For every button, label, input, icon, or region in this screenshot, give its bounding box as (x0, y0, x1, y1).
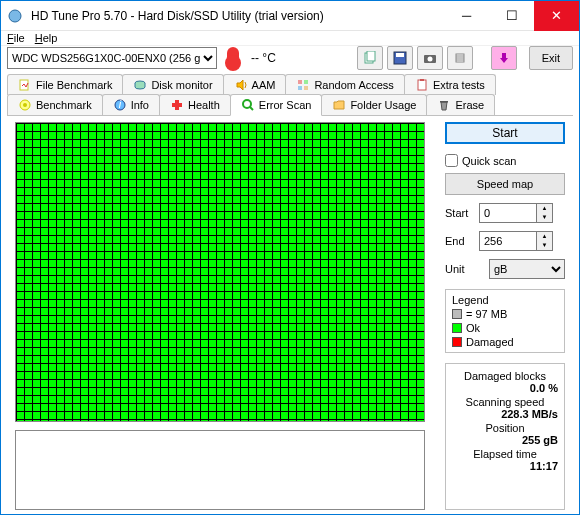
legend-title: Legend (452, 294, 558, 306)
copy-info-button[interactable] (357, 46, 383, 70)
scanning-speed-label: Scanning speed (452, 396, 558, 408)
options-button[interactable] (447, 46, 473, 70)
legend-ok: Ok (466, 322, 480, 334)
unit-select[interactable]: gB (489, 259, 565, 279)
damaged-blocks-value: 0.0 % (452, 382, 558, 394)
app-logo-icon (7, 8, 23, 24)
tab-error-scan[interactable]: Error Scan (230, 94, 323, 116)
tab-aam[interactable]: AAM (223, 74, 287, 95)
tabs-row-1: File Benchmark Disk monitor AAM Random A… (7, 74, 573, 95)
svg-point-6 (427, 57, 432, 62)
exit-button[interactable]: Exit (529, 46, 573, 70)
end-spinner[interactable]: ▲▼ (537, 231, 553, 251)
tab-folder-usage[interactable]: Folder Usage (321, 94, 427, 115)
speedmap-button[interactable]: Speed map (445, 173, 565, 195)
svg-rect-14 (304, 80, 308, 84)
stats-box: Damaged blocks 0.0 % Scanning speed 228.… (445, 363, 565, 510)
speedmap-area (15, 430, 425, 510)
tab-erase[interactable]: Erase (426, 94, 495, 115)
menu-file[interactable]: File (7, 31, 25, 45)
svg-rect-2 (367, 51, 375, 61)
minimize-tray-button[interactable] (491, 46, 517, 70)
legend-damaged: Damaged (466, 336, 514, 348)
tab-extra-tests[interactable]: Extra tests (404, 74, 496, 95)
save-button[interactable] (387, 46, 413, 70)
close-button[interactable]: ✕ (534, 1, 579, 31)
temperature-value: -- °C (251, 51, 276, 65)
unit-label: Unit (445, 263, 475, 275)
svg-rect-4 (396, 53, 404, 57)
thermometer-icon (227, 47, 239, 69)
start-spinner[interactable]: ▲▼ (537, 203, 553, 223)
svg-point-25 (243, 100, 251, 108)
maximize-button[interactable]: ☐ (489, 1, 534, 31)
svg-line-26 (250, 107, 253, 110)
legend-block: = 97 MB (466, 308, 507, 320)
window-title: HD Tune Pro 5.70 - Hard Disk/SSD Utility… (23, 9, 444, 23)
elapsed-time-label: Elapsed time (452, 448, 558, 460)
start-field-label: Start (445, 207, 475, 219)
minimize-button[interactable]: ─ (444, 1, 489, 31)
svg-rect-17 (418, 80, 426, 90)
tab-file-benchmark[interactable]: File Benchmark (7, 74, 123, 95)
svg-rect-24 (172, 103, 182, 107)
svg-point-20 (23, 103, 27, 107)
menu-help[interactable]: Help (35, 31, 58, 45)
screenshot-button[interactable] (417, 46, 443, 70)
position-value: 255 gB (452, 434, 558, 446)
svg-rect-27 (440, 101, 448, 103)
svg-rect-13 (298, 80, 302, 84)
tab-random-access[interactable]: Random Access (285, 74, 404, 95)
quickscan-label: Quick scan (462, 155, 516, 167)
tab-health[interactable]: Health (159, 94, 231, 115)
svg-point-0 (9, 10, 21, 22)
damaged-blocks-label: Damaged blocks (452, 370, 558, 382)
drive-select[interactable]: WDC WDS256G1X0C-00ENX0 (256 gB) (7, 47, 217, 69)
position-label: Position (452, 422, 558, 434)
tabs-row-2: Benchmark iInfo Health Error Scan Folder… (7, 94, 573, 115)
end-field[interactable] (479, 231, 537, 251)
legend-box: Legend = 97 MB Ok Damaged (445, 289, 565, 353)
quickscan-checkbox[interactable] (445, 154, 458, 167)
elapsed-time-value: 11:17 (452, 460, 558, 472)
svg-rect-15 (298, 86, 302, 90)
svg-rect-16 (304, 86, 308, 90)
end-field-label: End (445, 235, 475, 247)
svg-rect-18 (420, 79, 424, 81)
start-field[interactable] (479, 203, 537, 223)
tab-benchmark[interactable]: Benchmark (7, 94, 103, 115)
start-button[interactable]: Start (445, 122, 565, 144)
scan-grid (15, 122, 425, 422)
tab-info[interactable]: iInfo (102, 94, 160, 115)
scanning-speed-value: 228.3 MB/s (452, 408, 558, 420)
tab-disk-monitor[interactable]: Disk monitor (122, 74, 223, 95)
